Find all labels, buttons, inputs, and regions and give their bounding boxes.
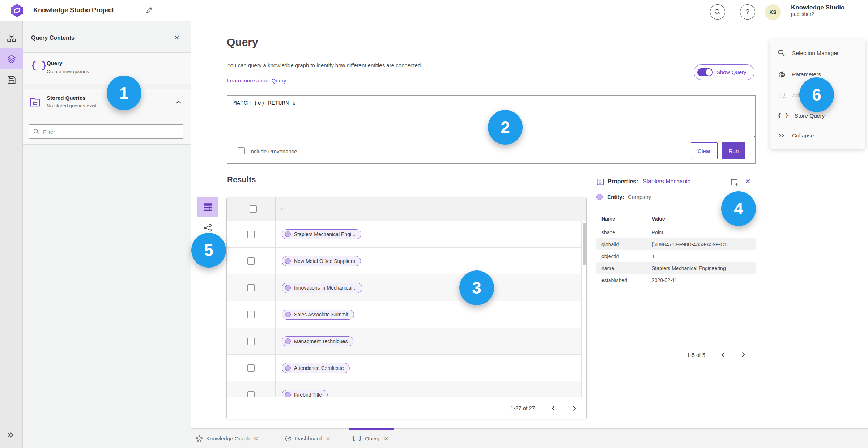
edit-title-icon[interactable] <box>145 6 153 14</box>
entity-dot-icon <box>285 258 291 264</box>
collapse-section-chevron-up-icon[interactable] <box>175 100 182 105</box>
user-role: publisher2 <box>791 11 844 18</box>
add-to-new-icon[interactable] <box>730 178 739 187</box>
annotation-badge-4: 4 <box>721 191 756 226</box>
annotation-badge-1: 1 <box>107 76 141 110</box>
chevron-left-icon <box>720 352 726 358</box>
query-description: You can query a knowledge graph to ident… <box>227 62 422 68</box>
entity-pill[interactable]: Attendance Certificate <box>282 363 350 373</box>
entity-dot-icon <box>285 312 291 317</box>
select-all-checkbox[interactable] <box>250 205 257 213</box>
tab-query[interactable]: { } Query × <box>352 429 388 448</box>
save-icon <box>7 75 16 85</box>
table-row[interactable]: Managment Techniques <box>227 328 586 355</box>
property-row: shape Point <box>596 226 756 238</box>
entity-pill[interactable]: Innovations in Mechanical... <box>282 283 362 293</box>
clear-button[interactable]: Clear <box>691 142 718 159</box>
table-row[interactable]: Sales Associate Summit <box>227 301 586 328</box>
sidebar-item-query[interactable]: { } Query Create new queries <box>23 52 191 84</box>
show-query-toggle[interactable]: Show Query <box>694 64 754 80</box>
row-checkbox[interactable] <box>247 391 255 398</box>
results-prev-page-button[interactable] <box>551 405 556 411</box>
row-checkbox[interactable] <box>247 338 255 345</box>
entity-dot-icon <box>285 231 291 237</box>
scrollbar-thumb[interactable] <box>583 223 586 265</box>
entity-pill[interactable]: New Metal Office Suppliers <box>282 256 361 266</box>
properties-next-page-button[interactable] <box>741 352 746 358</box>
filter-search-icon <box>33 128 39 135</box>
row-checkbox[interactable] <box>247 257 255 265</box>
table-row[interactable]: Staplers Mechanical Engi... <box>227 221 586 248</box>
stored-queries-filter <box>29 124 183 139</box>
double-chevron-right-icon <box>778 132 786 139</box>
properties-selected-entity[interactable]: Staplers Mechanic... <box>643 178 695 185</box>
results-table-view-button[interactable] <box>197 197 218 217</box>
toggle-knob <box>706 69 712 76</box>
entity-pill[interactable]: Sales Associate Summit <box>282 310 354 320</box>
entity-dot-icon <box>285 285 291 291</box>
properties-header: Properties: Staplers Mechanic... × <box>596 177 756 187</box>
properties-table: Name Value shape Point globalid {5D9B471… <box>596 216 756 286</box>
toggle-switch[interactable] <box>697 68 713 76</box>
dashboard-icon <box>285 435 292 442</box>
properties-prev-page-button[interactable] <box>720 352 726 358</box>
results-title: Results <box>227 175 256 184</box>
rail-item-data-model[interactable] <box>0 27 23 48</box>
column-divider <box>275 197 276 221</box>
table-row[interactable]: New Metal Office Suppliers <box>227 248 586 274</box>
braces-icon: { } <box>778 112 788 119</box>
collapse-item[interactable]: Collapse <box>770 132 865 139</box>
panel-close-icon[interactable]: × <box>174 33 179 43</box>
include-provenance-checkbox[interactable] <box>238 147 245 154</box>
tab-dashboard[interactable]: Dashboard × <box>285 429 330 448</box>
properties-close-icon[interactable]: × <box>745 176 750 187</box>
close-tab-icon[interactable]: × <box>384 435 388 443</box>
annotation-badge-5: 5 <box>191 233 226 268</box>
results-rows: Staplers Mechanical Engi... New Metal Of… <box>227 221 586 397</box>
search-button[interactable] <box>710 4 725 20</box>
entity-type-value: Company <box>628 194 651 200</box>
active-tab-indicator <box>349 428 394 430</box>
table-row[interactable]: Innovations in Mechanical... <box>227 274 586 301</box>
results-next-page-button[interactable] <box>572 405 577 411</box>
results-table-header: e <box>227 197 586 221</box>
rail-item-save[interactable] <box>0 69 23 90</box>
table-row[interactable]: Firebird Title <box>227 381 586 397</box>
chevron-left-icon <box>551 405 556 411</box>
selection-manager-item[interactable]: Selection Manager <box>770 49 865 57</box>
add-to-new-icon <box>778 91 786 99</box>
row-checkbox[interactable] <box>247 231 255 238</box>
row-checkbox[interactable] <box>247 364 255 372</box>
query-item-subtitle: Create new queries <box>47 69 89 74</box>
entity-pill[interactable]: Staplers Mechanical Engi... <box>282 229 361 239</box>
panel-title: Query Contents <box>31 35 75 41</box>
selection-manager-icon <box>778 49 786 57</box>
help-button[interactable]: ? <box>740 4 755 20</box>
data-model-icon <box>7 33 16 43</box>
filter-input[interactable] <box>42 128 179 135</box>
expand-rail-button[interactable] <box>6 431 15 439</box>
app-logo-icon[interactable] <box>10 4 24 17</box>
row-checkbox[interactable] <box>247 284 255 291</box>
property-row: established 2020-02-11 <box>596 274 756 286</box>
project-title: Knowledge Studio Project <box>33 7 114 14</box>
entity-pill[interactable]: Managment Techniques <box>282 336 353 346</box>
link-chart-icon <box>203 223 213 232</box>
run-button[interactable]: Run <box>722 142 745 159</box>
results-scrollbar[interactable] <box>581 221 586 397</box>
tab-knowledge-graph[interactable]: Knowledge Graph × <box>196 429 258 448</box>
user-info[interactable]: Knowledge Studio publisher2 <box>791 4 844 18</box>
store-query-item[interactable]: { } Store Query <box>770 112 865 119</box>
entity-pill[interactable]: Firebird Title <box>282 390 328 398</box>
rail-item-contents[interactable] <box>0 48 23 69</box>
close-tab-icon[interactable]: × <box>254 435 258 443</box>
user-avatar[interactable]: KS <box>765 4 781 20</box>
top-bar: Knowledge Studio Project ? KS Knowledge … <box>0 0 868 21</box>
table-row[interactable]: Attendance Certificate <box>227 355 586 381</box>
stored-queries-title: Stored Queries <box>47 95 86 101</box>
properties-page-range: 1-5 of 5 <box>687 352 705 358</box>
results-link-chart-view-button[interactable] <box>203 222 213 233</box>
row-checkbox[interactable] <box>247 311 255 318</box>
learn-more-link[interactable]: Learn more about Query <box>227 77 286 84</box>
close-tab-icon[interactable]: × <box>326 435 330 443</box>
